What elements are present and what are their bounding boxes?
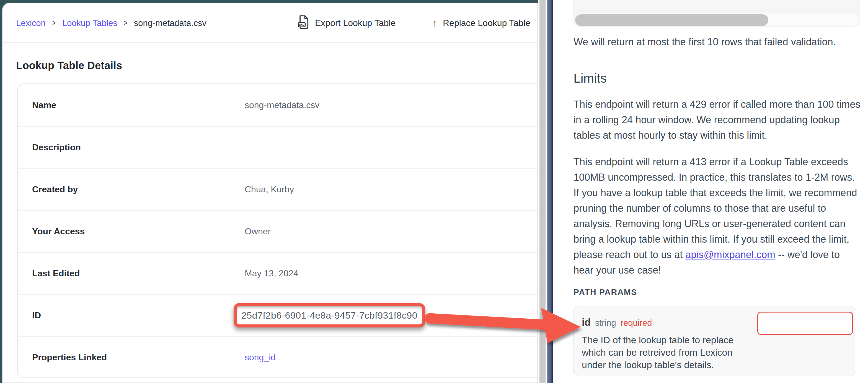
row-label: Name — [32, 100, 245, 110]
export-lookup-table-button[interactable]: csv Export Lookup Table — [297, 3, 396, 43]
panel-header: Lexicon > Lookup Tables > song-metadata.… — [3, 3, 537, 43]
svg-text:csv: csv — [299, 23, 305, 27]
lookup-table-details-panel: Lexicon > Lookup Tables > song-metadata.… — [2, 3, 538, 383]
row-value: Chua, Kurby — [245, 184, 294, 195]
limits-heading: Limits — [574, 71, 607, 86]
paragraph-text: This endpoint will return a 413 error if… — [574, 156, 857, 260]
id-param-input[interactable] — [757, 312, 853, 335]
table-row-created-by: Created by Chua, Kurby — [18, 168, 538, 210]
param-description: The ID of the lookup table to replace wh… — [582, 334, 748, 371]
table-row-description: Description — [18, 126, 538, 168]
code-sample-bottom-strip — [574, 0, 860, 27]
divider — [574, 10, 860, 11]
param-header: id string required — [582, 317, 652, 328]
lookup-table-id-value: 25d7f2b6-6901-4e8a-9457-7cbf931f8c90 — [241, 310, 417, 321]
row-label: Your Access — [32, 226, 245, 237]
property-link-song-id[interactable]: song_id — [245, 352, 276, 362]
replace-button-label: Replace Lookup Table — [443, 18, 530, 28]
table-row-your-access: Your Access Owner — [18, 210, 538, 252]
table-row-id: ID 25d7f2b6-6901-4e8a-9457-7cbf931f8c90 — [18, 294, 538, 336]
path-params-section-label: PATH PARAMS — [574, 287, 637, 297]
breadcrumb: Lexicon > Lookup Tables > song-metadata.… — [16, 3, 207, 43]
left-panel-vertical-scrollbar[interactable] — [539, 0, 546, 383]
arrow-up-icon: ↑ — [432, 18, 437, 29]
breadcrumb-separator-icon: > — [124, 19, 127, 27]
limits-paragraph-429: This endpoint will return a 429 error if… — [574, 97, 862, 143]
replace-lookup-table-button[interactable]: ↑ Replace Lookup Table — [432, 3, 530, 43]
window-split-divider[interactable] — [547, 0, 553, 383]
limits-paragraph-413: This endpoint will return a 413 error if… — [574, 154, 862, 278]
breadcrumb-separator-icon: > — [52, 19, 56, 27]
docs-intro-text: We will return at most the first 10 rows… — [574, 36, 867, 48]
csv-file-icon: csv — [297, 15, 309, 32]
table-row-name: Name song-metadata.csv — [18, 84, 538, 126]
apis-mixpanel-email-link[interactable]: apis@mixpanel.com — [685, 249, 775, 260]
param-required-badge: required — [621, 318, 652, 328]
row-label: Description — [32, 142, 245, 152]
row-label: Created by — [32, 184, 245, 195]
details-table: Name song-metadata.csv Description Creat… — [17, 83, 538, 378]
table-row-last-edited: Last Edited May 13, 2024 — [18, 252, 538, 294]
row-value: Owner — [245, 226, 271, 237]
param-name: id — [582, 317, 591, 328]
api-docs-panel: We will return at most the first 10 rows… — [553, 0, 868, 383]
id-value-highlight-box: 25d7f2b6-6901-4e8a-9457-7cbf931f8c90 — [234, 303, 425, 327]
row-label: ID — [32, 310, 245, 320]
param-type: string — [595, 318, 616, 328]
table-row-properties-linked: Properties Linked song_id — [18, 336, 538, 378]
row-label: Properties Linked — [32, 352, 245, 362]
horizontal-scrollbar-thumb[interactable] — [575, 14, 768, 26]
row-label: Last Edited — [32, 268, 245, 279]
breadcrumb-link-lookup-tables[interactable]: Lookup Tables — [62, 18, 117, 28]
page-title: Lookup Table Details — [16, 60, 122, 72]
row-value: song-metadata.csv — [245, 100, 319, 110]
path-param-card: id string required The ID of the lookup … — [573, 306, 855, 376]
breadcrumb-link-lexicon[interactable]: Lexicon — [16, 18, 46, 28]
row-value: May 13, 2024 — [245, 268, 299, 279]
breadcrumb-current-file: song-metadata.csv — [134, 18, 207, 28]
export-button-label: Export Lookup Table — [315, 18, 396, 28]
